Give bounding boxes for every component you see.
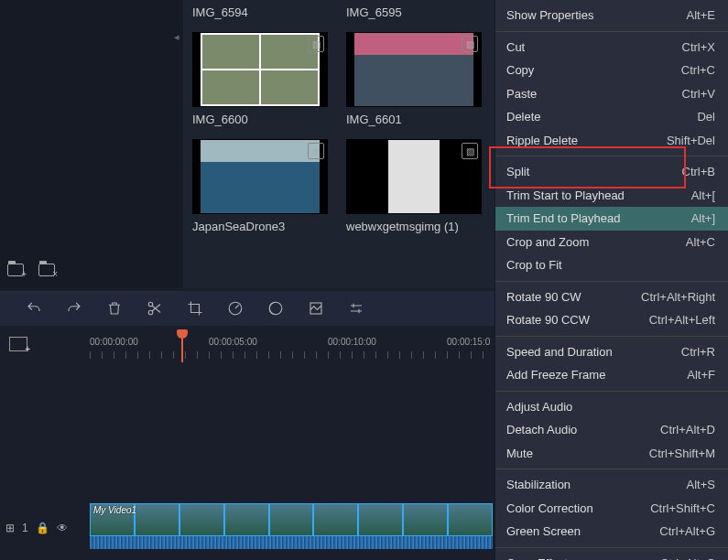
image-type-icon: ▧ [462,143,478,159]
menu-shortcut: Alt+F [687,366,715,384]
media-label: IMG_6595 [346,5,482,19]
menu-item[interactable]: CopyCtrl+C [495,59,728,82]
menu-item[interactable]: MuteCtrl+Shift+M [495,442,728,466]
media-item[interactable]: ⊞ JapanSeaDrone3 [192,139,328,233]
menu-item[interactable]: CutCtrl+X [495,36,728,59]
color-icon[interactable] [266,298,286,318]
media-item[interactable]: IMG_6595 [346,0,482,19]
menu-label: Crop to Fit [506,256,562,275]
menu-label: Ripple Delete [506,132,578,150]
time-ruler[interactable]: 00:00:00:00 00:00:05:00 00:00:10:00 00:0… [90,337,493,361]
media-thumbnail[interactable]: ▧ [192,32,328,107]
media-thumbnail[interactable]: ▧ [346,32,482,107]
menu-item[interactable]: Show PropertiesAlt+E [495,4,728,27]
delete-folder-icon[interactable]: × [38,264,55,276]
delete-icon[interactable] [104,298,125,318]
menu-shortcut: Ctrl+Shift+M [649,445,715,463]
menu-shortcut: Alt+S [687,476,715,494]
menu-shortcut: Del [697,108,715,126]
ruler-tick: 00:00:00:00 [90,337,138,347]
menu-shortcut: Ctrl+X [682,38,715,57]
media-item[interactable]: IMG_6594 [192,0,328,19]
adjust-icon[interactable] [346,298,366,318]
menu-item[interactable]: Add Freeze FrameAlt+F [495,363,728,387]
media-thumbnail[interactable]: ▧ [346,139,482,214]
menu-separator [495,547,728,548]
menu-label: Color Correction [506,500,593,518]
track-manager-icon[interactable] [9,337,27,351]
menu-shortcut: Ctrl+C [681,61,715,80]
menu-shortcut: Ctrl+Shift+C [650,500,715,518]
greenscreen-icon[interactable] [306,298,326,318]
menu-item[interactable]: Copy EffectCtrl+Alt+C [495,552,728,561]
ruler-tick: 00:00:10:00 [328,337,376,347]
menu-item[interactable]: Trim End to PlayheadAlt+] [495,207,728,231]
menu-item[interactable]: Rotate 90 CCWCtrl+Alt+Left [495,308,728,332]
audio-waveform[interactable] [90,536,493,549]
ruler-tick: 00:00:05:00 [209,337,257,347]
menu-label: Stabilization [506,476,570,494]
new-folder-icon[interactable]: + [7,264,24,276]
menu-item[interactable]: SplitCtrl+B [495,160,728,184]
menu-separator [495,31,728,32]
menu-shortcut: Alt+] [691,210,715,228]
timeline-toolbar [0,291,494,326]
menu-label: Detach Audio [506,421,577,439]
menu-shortcut: Alt+C [686,233,715,252]
media-label: JapanSeaDrone3 [192,220,328,233]
menu-item[interactable]: Trim Start to PlayheadAlt+[ [495,184,728,208]
menu-item[interactable]: Green ScreenCtrl+Alt+G [495,520,728,544]
menu-label: Adjust Audio [506,398,572,416]
media-item[interactable]: ▧ IMG_6600 [192,32,328,126]
menu-label: Trim Start to Playhead [506,187,625,205]
media-item[interactable]: ▧ webwxgetmsgimg (1) [346,139,482,233]
menu-item[interactable]: Crop to Fit [495,253,728,277]
menu-shortcut: Shift+Del [667,132,715,150]
video-type-icon: ⊞ [308,143,324,159]
menu-separator [495,281,728,282]
visibility-icon[interactable]: 👁 [57,522,68,534]
menu-item[interactable]: DeleteDel [495,105,728,129]
media-label: IMG_6601 [346,113,482,126]
menu-item[interactable]: Speed and DurationCtrl+R [495,340,728,364]
menu-separator [495,391,728,392]
media-thumbnail[interactable]: ⊞ [192,139,328,214]
ruler-tick: 00:00:15:0 [447,337,490,347]
menu-label: Show Properties [506,6,593,25]
menu-shortcut: Ctrl+R [681,343,715,361]
menu-item[interactable]: Crop and ZoomAlt+C [495,231,728,254]
menu-label: Green Screen [506,522,581,541]
menu-label: Crop and Zoom [506,233,589,252]
menu-shortcut: Ctrl+Alt+C [660,555,715,561]
track-controls: ⊞ 1 🔒 👁 [5,522,68,534]
menu-label: Copy [506,61,534,80]
split-icon[interactable] [145,298,165,318]
redo-icon[interactable] [64,298,84,318]
menu-item[interactable]: Ripple DeleteShift+Del [495,129,728,153]
menu-shortcut: Ctrl+Alt+Left [649,311,715,329]
menu-item[interactable]: Rotate 90 CWCtrl+Alt+Right [495,285,728,309]
menu-item[interactable]: PasteCtrl+V [495,82,728,106]
lock-icon[interactable]: 🔒 [36,522,49,534]
undo-icon[interactable] [24,298,44,318]
collapse-handle-icon[interactable]: ◂ [172,27,181,46]
menu-item[interactable]: Detach AudioCtrl+Alt+D [495,418,728,442]
menu-label: Speed and Duration [506,343,613,361]
media-label: IMG_6594 [192,5,328,19]
menu-shortcut: Alt+E [687,6,715,25]
track-number: 1 [22,522,28,534]
menu-label: Trim End to Playhead [506,210,621,228]
menu-shortcut: Ctrl+V [682,85,715,103]
menu-label: Cut [506,38,525,57]
media-item[interactable]: ▧ IMG_6601 [346,32,482,126]
menu-item[interactable]: Color CorrectionCtrl+Shift+C [495,497,728,521]
ruler-tickmarks [90,351,493,359]
menu-label: Paste [506,85,537,103]
crop-icon[interactable] [185,298,205,318]
menu-item[interactable]: Adjust Audio [495,395,728,419]
media-label: IMG_6600 [192,113,328,126]
filmstrip-icon: ⊞ [5,522,15,534]
speed-icon[interactable] [225,298,245,318]
menu-item[interactable]: StabilizationAlt+S [495,473,728,497]
menu-separator [495,336,728,337]
